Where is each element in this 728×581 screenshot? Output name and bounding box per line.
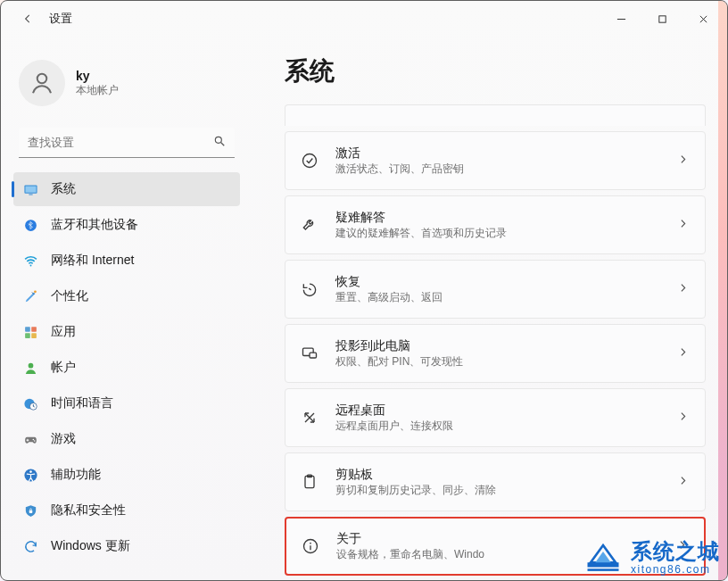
wifi-icon	[22, 253, 38, 269]
tile-subtitle: 剪切和复制历史记录、同步、清除	[335, 483, 661, 498]
update-icon	[22, 538, 38, 554]
settings-tiles: 激活 激活状态、订阅、产品密钥 疑难解答 建议的疑难解答、首选项和历史记录	[285, 104, 706, 576]
svg-rect-13	[25, 327, 30, 332]
search-icon	[213, 135, 226, 151]
back-button[interactable]	[19, 10, 37, 28]
sidebar-item-label: 个性化	[51, 288, 88, 304]
search-input[interactable]	[19, 128, 235, 158]
watermark-logo-icon	[584, 539, 622, 577]
sidebar-item-accessibility[interactable]: 辅助功能	[13, 458, 240, 492]
svg-rect-15	[25, 333, 30, 338]
bluetooth-icon	[22, 217, 38, 233]
sidebar-item-label: 时间和语言	[51, 395, 113, 411]
chevron-right-icon	[677, 153, 689, 169]
tile-projecting[interactable]: 投影到此电脑 权限、配对 PIN、可发现性	[285, 324, 706, 383]
chevron-right-icon	[677, 217, 689, 233]
app-title: 设置	[49, 12, 72, 27]
svg-rect-28	[305, 476, 314, 487]
recovery-icon	[300, 279, 319, 299]
check-circle-icon	[300, 151, 319, 170]
sidebar-item-label: 辅助功能	[51, 467, 101, 483]
sidebar-item-privacy[interactable]: 隐私和安全性	[13, 494, 240, 527]
tile-subtitle: 激活状态、订阅、产品密钥	[335, 162, 661, 177]
sidebar-item-label: 网络和 Internet	[51, 253, 134, 269]
tile-title: 疑难解答	[335, 210, 661, 226]
svg-rect-34	[588, 569, 619, 571]
remote-desktop-icon	[300, 408, 319, 427]
svg-rect-27	[310, 353, 317, 358]
sidebar: ky 本地帐户 系统	[1, 37, 252, 580]
tile-activation[interactable]: 激活 激活状态、订阅、产品密钥	[285, 131, 706, 190]
sidebar-item-gaming[interactable]: 游戏	[13, 422, 240, 456]
sidebar-item-apps[interactable]: 应用	[13, 315, 240, 349]
sidebar-item-personalize[interactable]: 个性化	[13, 279, 240, 313]
svg-point-20	[32, 438, 34, 440]
svg-point-25	[303, 154, 317, 168]
wrench-icon	[300, 215, 319, 235]
sidebar-item-update[interactable]: Windows 更新	[13, 529, 240, 563]
tile-troubleshoot[interactable]: 疑难解答 建议的疑难解答、首选项和历史记录	[285, 195, 706, 254]
page-title: 系统	[285, 54, 706, 88]
tile-title: 恢复	[335, 274, 661, 290]
chevron-right-icon	[677, 474, 689, 490]
main-pane: 系统 激活 激活状态、订阅、产品密钥	[252, 37, 727, 580]
gamepad-icon	[22, 431, 38, 447]
watermark-title: 系统之城	[631, 541, 720, 562]
tile-peek-previous[interactable]	[285, 104, 706, 126]
tile-title: 远程桌面	[335, 403, 661, 419]
svg-line-6	[221, 143, 225, 146]
profile-name: ky	[76, 69, 119, 83]
svg-point-11	[29, 264, 31, 266]
minimize-button[interactable]	[600, 4, 641, 33]
profile-block[interactable]: ky 本地帐户	[6, 60, 247, 117]
sidebar-item-time[interactable]: 时间和语言	[13, 386, 240, 420]
svg-point-21	[33, 440, 35, 442]
shield-icon	[22, 502, 38, 519]
svg-point-12	[34, 290, 37, 293]
sidebar-item-accounts[interactable]: 帐户	[13, 351, 240, 385]
sidebar-item-system[interactable]: 系统	[13, 172, 240, 206]
avatar-icon	[19, 60, 65, 106]
accessibility-icon	[22, 467, 38, 483]
sidebar-item-label: 帐户	[51, 360, 76, 376]
sidebar-item-label: Windows 更新	[51, 538, 130, 554]
tile-title: 激活	[335, 145, 661, 162]
svg-rect-1	[658, 15, 665, 21]
clipboard-icon	[300, 472, 319, 492]
svg-point-4	[37, 74, 47, 84]
sidebar-item-network[interactable]: 网络和 Internet	[13, 244, 240, 278]
maximize-button[interactable]	[641, 4, 682, 33]
tile-remote[interactable]: 远程桌面 远程桌面用户、连接权限	[285, 388, 706, 447]
svg-rect-8	[25, 186, 36, 192]
sidebar-item-bluetooth[interactable]: 蓝牙和其他设备	[13, 208, 240, 242]
tile-subtitle: 建议的疑难解答、首选项和历史记录	[335, 226, 661, 241]
sidebar-item-label: 蓝牙和其他设备	[51, 217, 138, 233]
svg-rect-16	[31, 333, 37, 338]
svg-point-32	[310, 543, 311, 544]
tile-subtitle: 权限、配对 PIN、可发现性	[335, 354, 661, 369]
sidebar-item-label: 应用	[51, 324, 76, 340]
system-icon	[22, 181, 38, 197]
globe-clock-icon	[22, 395, 38, 411]
tile-recovery[interactable]: 恢复 重置、高级启动、返回	[285, 260, 706, 319]
chevron-right-icon	[677, 410, 689, 426]
profile-subtitle: 本地帐户	[76, 83, 119, 98]
chevron-right-icon	[677, 345, 689, 361]
projecting-icon	[300, 344, 319, 363]
watermark: 系统之城 xitong86.com	[584, 539, 720, 577]
svg-point-5	[215, 137, 221, 143]
settings-window: 设置 ky 本地帐户	[0, 0, 728, 581]
tile-title: 剪贴板	[335, 467, 661, 483]
svg-rect-24	[29, 510, 32, 512]
info-icon	[301, 536, 320, 556]
apps-icon	[22, 324, 38, 340]
titlebar: 设置	[1, 1, 727, 37]
watermark-subtitle: xitong86.com	[631, 564, 720, 575]
chevron-right-icon	[677, 281, 689, 297]
search-container	[19, 128, 235, 158]
window-controls	[600, 4, 724, 33]
sidebar-item-label: 隐私和安全性	[51, 502, 126, 519]
sidebar-item-label: 游戏	[51, 431, 76, 447]
tile-clipboard[interactable]: 剪贴板 剪切和复制历史记录、同步、清除	[285, 452, 706, 511]
svg-rect-9	[29, 194, 32, 195]
